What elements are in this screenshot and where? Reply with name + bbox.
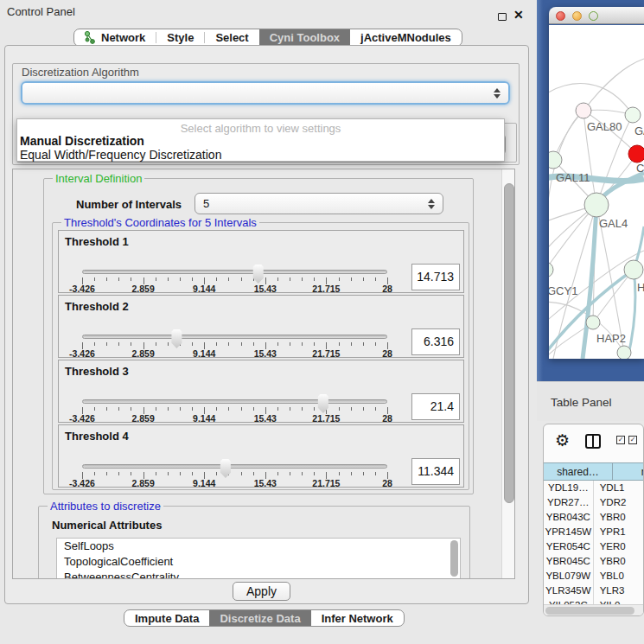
checkbox-icon[interactable]: ✓ — [616, 436, 625, 444]
slider-tick — [253, 472, 254, 475]
list-scrollbar[interactable] — [450, 540, 458, 577]
table-row[interactable]: YDR27…YDR2 — [544, 495, 644, 510]
slider-tick — [131, 472, 131, 475]
table-cell: YDR27… — [544, 495, 594, 510]
tab-impute-data-label: Impute Data — [135, 612, 199, 625]
table-row[interactable]: YBL079WYBL0 — [544, 569, 644, 583]
slider-scale-label: 28 — [382, 478, 392, 488]
table-row[interactable]: YIL052CYIL0 — [544, 598, 644, 604]
threshold-value-field[interactable]: 6.316 — [411, 328, 460, 355]
tab-network[interactable]: Network — [74, 29, 156, 46]
attribute-item-selfloops[interactable]: SelfLoops — [57, 539, 460, 554]
network-node[interactable] — [584, 193, 609, 217]
close-icon[interactable]: ✕ — [513, 9, 524, 21]
slider-scale-label: 15.43 — [254, 284, 277, 294]
checkbox-icon[interactable]: ✓ — [628, 436, 637, 444]
slider-tick — [192, 472, 193, 475]
slider-tick — [118, 342, 119, 346]
numerical-attributes-list[interactable]: SelfLoopsTopologicalCoefficientBetweenne… — [56, 538, 461, 579]
attribute-item-topologicalcoefficient[interactable]: TopologicalCoefficient — [57, 554, 460, 570]
slider-scale-label: 21.715 — [312, 348, 340, 359]
slider-tick — [131, 407, 131, 411]
threshold-value-field[interactable]: 11.344 — [411, 458, 460, 485]
slider-tick — [156, 342, 156, 346]
table-rows: YDL19…YDL1YDR27…YDR2YBR043CYBR0YPR145WYP… — [544, 481, 644, 604]
slider-thumb[interactable] — [170, 329, 183, 348]
table-row[interactable]: YPR145WYPR1 — [544, 525, 644, 539]
network-node-label: HAP2 — [596, 332, 626, 345]
network-node[interactable] — [549, 151, 562, 169]
algorithm-option-equal-width-frequency-discretization[interactable]: Equal Width/Frequency Discretization — [20, 148, 221, 162]
network-canvas[interactable]: GAL80GACGAL11GAL4HGCY1HAP2 — [549, 25, 644, 359]
slider-tick — [363, 277, 364, 281]
table-row[interactable]: YER054CYER0 — [544, 539, 644, 554]
slider-scale-label: 21.715 — [312, 413, 340, 424]
table-row[interactable]: YDL19…YDL1 — [544, 481, 644, 495]
table-row[interactable]: YBR045CYBR0 — [544, 554, 644, 569]
slider-tick — [131, 277, 131, 281]
apply-button[interactable]: Apply — [233, 582, 290, 601]
split-columns-icon[interactable] — [585, 434, 601, 449]
network-desktop: GAL80GACGAL11GAL4HGCY1HAP2 — [537, 0, 644, 381]
slider-tick — [363, 472, 364, 475]
slider-track[interactable] — [82, 399, 387, 404]
slider-thumb[interactable] — [316, 394, 329, 413]
tab-discretize-data-label: Discretize Data — [220, 612, 300, 625]
network-node[interactable] — [576, 103, 591, 118]
horizontal-scrollbar-thumb[interactable] — [545, 607, 634, 615]
network-node[interactable] — [586, 316, 600, 329]
tab-select[interactable]: Select — [205, 29, 258, 46]
table-cell: YBR0 — [594, 554, 644, 569]
tab-impute-data[interactable]: Impute Data — [124, 610, 209, 626]
panel-scrollbar-thumb[interactable] — [504, 183, 514, 503]
settings-scroll-panel: Interval Definition Number of Intervals … — [12, 169, 515, 579]
table-row[interactable]: YLR345WYLR3 — [544, 583, 644, 598]
tab-infer-network[interactable]: Infer Network — [311, 610, 404, 626]
attribute-item-betweennesscentrality[interactable]: BetweennessCentrality — [57, 570, 460, 579]
table-cell: YBL0 — [594, 569, 644, 583]
tab-cyni-toolbox[interactable]: Cyni Toolbox — [259, 29, 350, 46]
slider-tick — [241, 342, 242, 346]
slider-track[interactable] — [82, 270, 387, 274]
network-view-window[interactable]: GAL80GACGAL11GAL4HGCY1HAP2 — [549, 7, 644, 359]
slider-thumb[interactable] — [219, 459, 232, 478]
slider-tick — [118, 407, 119, 411]
algorithm-combo[interactable] — [21, 81, 510, 105]
network-node-label: GCY1 — [549, 284, 577, 297]
slider-scale-label: 21.715 — [312, 284, 340, 294]
network-node[interactable] — [549, 262, 553, 277]
slider-tick — [241, 407, 242, 411]
slider-tick — [118, 472, 119, 475]
tab-discretize-data[interactable]: Discretize Data — [209, 610, 310, 626]
gear-icon[interactable]: ⚙ — [555, 431, 570, 450]
horizontal-scrollbar[interactable] — [544, 604, 644, 615]
tab-style[interactable]: Style — [156, 29, 204, 46]
network-node[interactable] — [628, 145, 644, 163]
slider-track[interactable] — [82, 335, 387, 339]
zoom-traffic-light-icon[interactable] — [589, 11, 598, 21]
network-node[interactable] — [617, 346, 631, 359]
table-cell: YLR3 — [594, 583, 644, 598]
thresholds-fieldset: Threshold's Coordinates for 5 Intervals … — [52, 222, 469, 490]
tab-jactivemnodules[interactable]: jActiveMNodules — [350, 29, 462, 46]
column-header-na[interactable]: na — [613, 462, 644, 481]
number-of-intervals-combo[interactable]: 5 — [194, 193, 443, 214]
slider-tick — [180, 277, 181, 281]
algorithm-option-manual-discretization[interactable]: Manual Discretization — [20, 134, 144, 148]
minimize-traffic-light-icon[interactable] — [572, 11, 582, 21]
threshold-value-field[interactable]: 21.4 — [411, 393, 460, 420]
panel-scrollbar-track[interactable] — [501, 169, 515, 578]
network-node[interactable] — [625, 107, 641, 123]
table-row[interactable]: YBR043CYBR0 — [544, 510, 644, 525]
slider-track[interactable] — [82, 464, 387, 469]
network-window-titlebar[interactable] — [549, 7, 644, 24]
column-header-shared[interactable]: shared… — [544, 462, 613, 481]
network-node[interactable] — [624, 260, 643, 279]
slider-scale-label: 15.43 — [254, 478, 277, 488]
close-traffic-light-icon[interactable] — [556, 11, 565, 21]
threshold-value-field[interactable]: 14.713 — [411, 264, 460, 290]
float-window-icon[interactable] — [498, 13, 507, 21]
slider-tick — [216, 472, 217, 475]
combo-stepper-icon — [494, 83, 501, 103]
attribute-items: SelfLoopsTopologicalCoefficientBetweenne… — [57, 539, 460, 579]
